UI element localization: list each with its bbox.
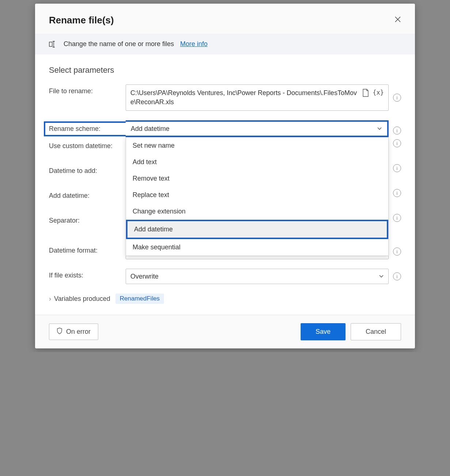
info-icon[interactable]: i	[393, 139, 401, 147]
save-button[interactable]: Save	[301, 323, 346, 340]
chevron-down-icon	[377, 126, 382, 132]
label-if-file-exists: If file exists:	[49, 269, 126, 279]
dialog-body: Select parameters File to rename: C:\Use…	[35, 54, 415, 315]
row-rename-scheme: Rename scheme: Add datetime Set new name…	[49, 120, 401, 137]
info-icon[interactable]: i	[393, 126, 401, 135]
row-variables-produced[interactable]: › Variables produced RenamedFiles	[49, 294, 401, 304]
dropdown-item-replace-text[interactable]: Replace text	[126, 187, 388, 203]
row-if-file-exists: If file exists: Overwrite i	[49, 269, 401, 284]
input-file-to-rename[interactable]: C:\Users\PA\Reynolds Ventures, Inc\Power…	[126, 84, 389, 111]
close-button[interactable]	[392, 14, 404, 26]
info-icon[interactable]: i	[393, 164, 401, 172]
dropdown-item-remove-text[interactable]: Remove text	[126, 170, 388, 187]
dialog-header: Rename file(s)	[35, 4, 415, 34]
dropdown-item-set-new-name[interactable]: Set new name	[126, 137, 388, 154]
description-bar: Change the name of one or more files Mor…	[35, 34, 415, 54]
rename-icon	[49, 41, 58, 48]
dropdown-rename-scheme-value: Add datetime	[131, 125, 169, 133]
file-picker-icon[interactable]	[362, 89, 369, 97]
label-datetime-to-add: Datetime to add:	[49, 164, 126, 175]
on-error-label: On error	[66, 328, 91, 336]
dropdown-item-make-sequential[interactable]: Make sequential	[126, 239, 388, 256]
variable-pill-renamedfiles[interactable]: RenamedFiles	[115, 294, 164, 304]
label-variables-produced: Variables produced	[54, 295, 110, 303]
label-add-datetime: Add datetime:	[49, 189, 126, 200]
shield-icon	[57, 328, 62, 336]
svg-rect-0	[49, 42, 52, 46]
more-info-link[interactable]: More info	[180, 40, 207, 48]
dropdown-item-add-text[interactable]: Add text	[126, 154, 388, 170]
info-icon[interactable]: i	[393, 94, 401, 102]
label-file-to-rename: File to rename:	[49, 84, 126, 95]
row-file-to-rename: File to rename: C:\Users\PA\Reynolds Ven…	[49, 84, 401, 111]
info-icon[interactable]: i	[393, 272, 401, 280]
label-separator: Separator:	[49, 214, 126, 224]
label-datetime-format: Datetime format:	[49, 244, 126, 254]
section-title: Select parameters	[49, 65, 401, 75]
dialog-footer: On error Save Cancel	[35, 315, 415, 348]
dialog-title: Rename file(s)	[49, 15, 114, 26]
chevron-right-icon: ›	[49, 295, 51, 303]
description-text: Change the name of one or more files	[64, 40, 174, 48]
input-file-to-rename-value: C:\Users\PA\Reynolds Ventures, Inc\Power…	[130, 88, 359, 107]
dropdown-if-file-exists[interactable]: Overwrite	[126, 269, 389, 284]
dropdown-list-rename-scheme: Set new name Add text Remove text Replac…	[126, 137, 389, 256]
chevron-down-icon	[379, 273, 384, 279]
info-icon[interactable]: i	[393, 248, 401, 256]
cancel-button[interactable]: Cancel	[351, 323, 401, 340]
dropdown-if-file-exists-value: Overwrite	[130, 273, 379, 280]
label-rename-scheme: Rename scheme:	[44, 121, 126, 136]
variable-picker-icon[interactable]: {x}	[373, 88, 384, 97]
info-icon[interactable]: i	[393, 189, 401, 197]
info-icon[interactable]: i	[393, 214, 401, 222]
dropdown-rename-scheme[interactable]: Add datetime	[126, 120, 389, 137]
dropdown-item-add-datetime[interactable]: Add datetime	[126, 220, 388, 239]
dropdown-item-change-extension[interactable]: Change extension	[126, 203, 388, 220]
on-error-button[interactable]: On error	[49, 324, 98, 340]
label-use-custom-datetime: Use custom datetime:	[49, 139, 126, 150]
close-icon	[394, 16, 401, 23]
rename-files-dialog: Rename file(s) Change the name of one or…	[35, 4, 415, 348]
